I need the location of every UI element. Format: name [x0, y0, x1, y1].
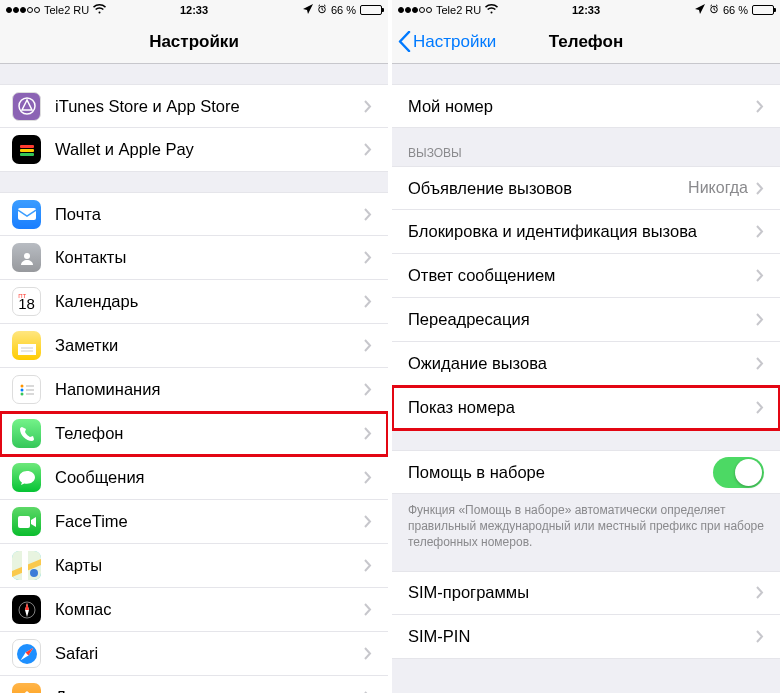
compass-icon — [12, 595, 41, 624]
battery-icon — [752, 5, 774, 15]
chevron-right-icon — [364, 100, 372, 113]
chevron-right-icon — [364, 603, 372, 616]
svg-rect-16 — [18, 516, 30, 528]
row-reminders[interactable]: Напоминания — [0, 368, 388, 412]
row-dial-assist[interactable]: Помощь в наборе — [392, 450, 780, 494]
mail-icon — [12, 200, 41, 229]
row-my-number[interactable]: Мой номер — [392, 84, 780, 128]
calendar-icon: ПТ18 — [12, 287, 41, 316]
row-itunes-store[interactable]: iTunes Store и App Store — [0, 84, 388, 128]
screen-phone-settings: Tele2 RU 12:33 66 % Настройки Телефон — [392, 0, 780, 693]
row-label: Почта — [55, 205, 364, 224]
carrier-label: Tele2 RU — [44, 4, 89, 16]
battery-icon — [360, 5, 382, 15]
row-call-announce[interactable]: Объявление вызовов Никогда — [392, 166, 780, 210]
page-title: Настройки — [149, 32, 239, 52]
chevron-right-icon — [756, 313, 764, 326]
dial-assist-note: Функция «Помощь в наборе» автоматически … — [392, 494, 780, 551]
row-mail[interactable]: Почта — [0, 192, 388, 236]
chevron-right-icon — [364, 515, 372, 528]
chevron-right-icon — [364, 251, 372, 264]
row-label: Переадресация — [408, 310, 756, 329]
chevron-right-icon — [756, 225, 764, 238]
battery-pct: 66 % — [723, 4, 748, 16]
signal-dots-icon — [6, 7, 40, 13]
row-label: Ответ сообщением — [408, 266, 756, 285]
chevron-right-icon — [756, 269, 764, 282]
row-label: SIM-программы — [408, 583, 756, 602]
row-contacts[interactable]: Контакты — [0, 236, 388, 280]
chevron-right-icon — [364, 339, 372, 352]
row-label: Дом — [55, 688, 364, 693]
svg-point-12 — [20, 392, 23, 395]
back-label: Настройки — [413, 32, 496, 52]
row-label: Заметки — [55, 336, 364, 355]
svg-rect-7 — [18, 344, 36, 355]
facetime-icon — [12, 507, 41, 536]
row-calendar[interactable]: ПТ18 Календарь — [0, 280, 388, 324]
row-call-forwarding[interactable]: Переадресация — [392, 298, 780, 342]
row-sim-pin[interactable]: SIM-PIN — [392, 615, 780, 659]
row-label: FaceTime — [55, 512, 364, 531]
row-label: Карты — [55, 556, 364, 575]
chevron-right-icon — [756, 630, 764, 643]
row-show-caller-id[interactable]: Показ номера — [392, 386, 780, 430]
svg-point-18 — [30, 569, 38, 577]
home-icon — [12, 683, 41, 693]
row-call-blocking[interactable]: Блокировка и идентификация вызова — [392, 210, 780, 254]
row-compass[interactable]: Компас — [0, 588, 388, 632]
wallet-icon — [12, 135, 41, 164]
page-title: Телефон — [549, 32, 623, 52]
phone-settings-list[interactable]: Мой номер ВЫЗОВЫ Объявление вызовов Нико… — [392, 64, 780, 693]
dial-assist-toggle[interactable] — [713, 457, 764, 488]
status-time: 12:33 — [180, 4, 208, 16]
row-label: Контакты — [55, 248, 364, 267]
row-maps[interactable]: Карты — [0, 544, 388, 588]
alarm-icon — [709, 4, 719, 16]
row-label: Календарь — [55, 292, 364, 311]
row-call-waiting[interactable]: Ожидание вызова — [392, 342, 780, 386]
row-label: Wallet и Apple Pay — [55, 140, 364, 159]
settings-list[interactable]: iTunes Store и App Store Wallet и Apple … — [0, 64, 388, 693]
row-label: SIM-PIN — [408, 627, 756, 646]
row-respond-text[interactable]: Ответ сообщением — [392, 254, 780, 298]
status-time: 12:33 — [572, 4, 600, 16]
row-sim-apps[interactable]: SIM-программы — [392, 571, 780, 615]
notes-icon — [12, 331, 41, 360]
row-phone[interactable]: Телефон — [0, 412, 388, 456]
svg-rect-3 — [20, 149, 34, 152]
row-notes[interactable]: Заметки — [0, 324, 388, 368]
svg-rect-2 — [20, 145, 34, 148]
chevron-right-icon — [756, 182, 764, 195]
back-button[interactable]: Настройки — [398, 31, 496, 52]
row-label: Сообщения — [55, 468, 364, 487]
messages-icon — [12, 463, 41, 492]
carrier-label: Tele2 RU — [436, 4, 481, 16]
row-label: Мой номер — [408, 97, 756, 116]
svg-point-11 — [20, 388, 23, 391]
svg-rect-4 — [20, 153, 34, 156]
safari-icon — [12, 639, 41, 668]
appstore-icon — [12, 92, 41, 121]
svg-point-6 — [24, 253, 30, 259]
row-home[interactable]: Дом — [0, 676, 388, 693]
chevron-right-icon — [364, 295, 372, 308]
location-icon — [303, 4, 313, 16]
chevron-right-icon — [364, 383, 372, 396]
row-label: Объявление вызовов — [408, 179, 688, 198]
chevron-right-icon — [756, 357, 764, 370]
row-label: iTunes Store и App Store — [55, 97, 364, 116]
svg-rect-5 — [18, 208, 36, 220]
row-label: Блокировка и идентификация вызова — [408, 222, 756, 241]
row-messages[interactable]: Сообщения — [0, 456, 388, 500]
chevron-right-icon — [364, 208, 372, 221]
chevron-right-icon — [756, 100, 764, 113]
chevron-right-icon — [364, 559, 372, 572]
row-facetime[interactable]: FaceTime — [0, 500, 388, 544]
wifi-icon — [93, 3, 106, 17]
row-label: Помощь в наборе — [408, 463, 713, 482]
row-wallet[interactable]: Wallet и Apple Pay — [0, 128, 388, 172]
row-safari[interactable]: Safari — [0, 632, 388, 676]
status-bar: Tele2 RU 12:33 66 % — [392, 0, 780, 20]
location-icon — [695, 4, 705, 16]
